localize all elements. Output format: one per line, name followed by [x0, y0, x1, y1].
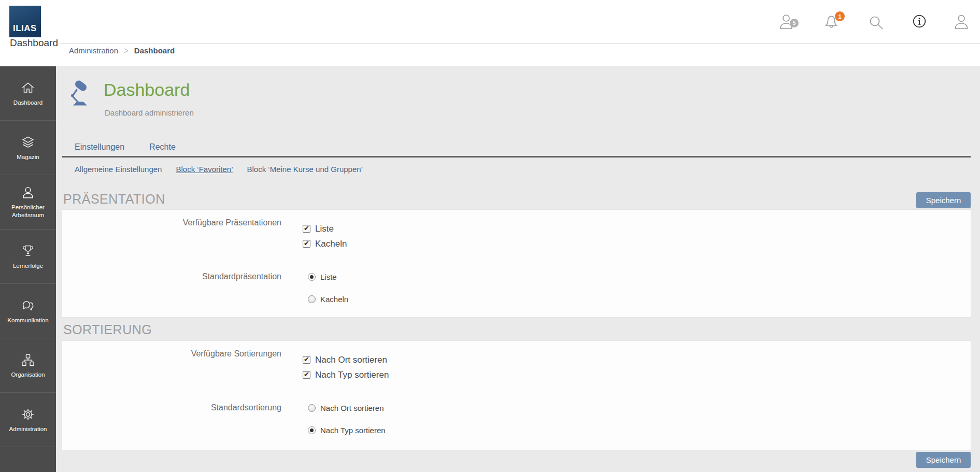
site-title: Dashboard: [10, 37, 58, 49]
home-icon: [20, 80, 36, 96]
checkbox-label: Liste: [315, 224, 334, 234]
checkbox[interactable]: [303, 356, 310, 364]
radio-button[interactable]: [308, 273, 316, 281]
ilias-logo-text: ILIAS: [13, 23, 37, 34]
sidebar-filler: [0, 447, 56, 472]
dashboard-lamp-icon: [66, 79, 91, 110]
info-icon[interactable]: [912, 14, 927, 28]
main-sidebar: Dashboard Magazin Persönlicher Arbeitsra…: [0, 66, 56, 472]
ilias-logo[interactable]: ILIAS: [9, 6, 41, 37]
form-label: Verfügbare Sortierungen: [62, 349, 281, 359]
tab-underline: [62, 156, 971, 158]
checkbox-group-praesentationen: Liste Kacheln: [303, 221, 347, 251]
checkbox-group-sortierungen: Nach Ort sortieren Nach Typ sortieren: [303, 352, 389, 382]
radio-label: Liste: [320, 273, 337, 281]
sidebar-item-magazin[interactable]: Magazin: [0, 121, 56, 175]
gear-icon: [20, 407, 36, 422]
breadcrumb: Administration > Dashboard: [69, 46, 175, 55]
sidebar-item-dashboard[interactable]: Dashboard: [0, 66, 56, 121]
radio-option-kacheln[interactable]: Kacheln: [308, 295, 348, 304]
radio-label: Nach Typ sortieren: [320, 426, 386, 435]
form-label: Verfügbare Präsentationen: [62, 218, 281, 227]
layers-icon: [20, 135, 36, 150]
radio-label: Nach Ort sortieren: [320, 404, 384, 412]
praesentation-panel: Verfügbare Präsentationen Liste Kacheln …: [62, 210, 971, 317]
sortierung-panel: Verfügbare Sortierungen Nach Ort sortier…: [62, 341, 971, 450]
radio-button[interactable]: [308, 404, 316, 412]
chat-icon: [20, 298, 36, 313]
sidebar-item-persoenlicher-arbeitsraum[interactable]: Persönlicher Arbeitsraum: [0, 175, 56, 230]
checkbox-option-nach-typ[interactable]: Nach Typ sortieren: [303, 367, 389, 382]
section-title-sortierung: SORTIERUNG: [63, 322, 152, 337]
subtab-block-favoriten[interactable]: Block ‘Favoriten’: [176, 165, 233, 174]
ilias-admin-page: ILIAS Dashboard 5 1: [0, 0, 980, 472]
checkbox-option-liste[interactable]: Liste: [303, 221, 347, 236]
notifications-badge: 1: [835, 11, 845, 21]
search-icon[interactable]: [868, 14, 885, 32]
sidebar-item-administration[interactable]: Administration: [0, 393, 56, 447]
checkbox[interactable]: [303, 225, 310, 233]
radio-option-liste[interactable]: Liste: [308, 273, 337, 281]
members-badge: 5: [790, 19, 799, 27]
tab-bar: Einstellungen Rechte: [75, 142, 176, 152]
topbar-divider: [60, 43, 980, 44]
checkbox-label: Nach Ort sortieren: [315, 355, 387, 365]
subtab-bar: Allgemeine Einstellungen Block ‘Favorite…: [75, 165, 363, 174]
checkbox[interactable]: [303, 240, 310, 248]
section-title-praesentation: PRÄSENTATION: [63, 192, 165, 207]
subtab-allgemeine-einstellungen[interactable]: Allgemeine Einstellungen: [75, 165, 162, 174]
person-icon: [20, 185, 36, 201]
sidebar-item-lernerfolge[interactable]: Lernerfolge: [0, 230, 56, 284]
radio-option-nach-ort[interactable]: Nach Ort sortieren: [308, 404, 384, 412]
form-label: Standardsortierung: [62, 403, 281, 412]
top-bar: ILIAS Dashboard 5 1: [0, 0, 980, 66]
breadcrumb-separator-icon: >: [124, 45, 129, 56]
subtab-block-meine-kurse[interactable]: Block ‘Meine Kurse und Gruppen’: [247, 165, 363, 174]
page-title: Dashboard: [104, 80, 190, 100]
checkbox-option-kacheln[interactable]: Kacheln: [303, 236, 347, 251]
sidebar-item-kommunikation[interactable]: Kommunikation: [0, 284, 56, 338]
page-subtitle: Dashboard administrieren: [105, 108, 194, 117]
checkbox-option-nach-ort[interactable]: Nach Ort sortieren: [303, 352, 389, 367]
radio-option-nach-typ[interactable]: Nach Typ sortieren: [308, 426, 386, 435]
tab-einstellungen[interactable]: Einstellungen: [75, 142, 124, 152]
checkbox[interactable]: [303, 371, 310, 379]
tab-rechte[interactable]: Rechte: [149, 142, 176, 152]
save-button-top[interactable]: Speichern: [916, 192, 971, 208]
radio-button[interactable]: [308, 295, 316, 303]
trophy-icon: [20, 244, 36, 259]
user-avatar-icon[interactable]: [953, 13, 970, 30]
radio-button[interactable]: [308, 426, 316, 434]
breadcrumb-dashboard[interactable]: Dashboard: [134, 46, 175, 55]
sidebar-item-organisation[interactable]: Organisation: [0, 338, 56, 393]
form-label: Standardpräsentation: [62, 272, 281, 281]
checkbox-label: Kacheln: [315, 239, 347, 249]
main-content: Dashboard Dashboard administrieren Einst…: [56, 66, 980, 472]
breadcrumb-administration[interactable]: Administration: [69, 46, 118, 55]
checkbox-label: Nach Typ sortieren: [315, 370, 389, 380]
radio-label: Kacheln: [320, 295, 348, 304]
orgchart-icon: [20, 352, 36, 368]
save-button-bottom[interactable]: Speichern: [916, 452, 971, 468]
